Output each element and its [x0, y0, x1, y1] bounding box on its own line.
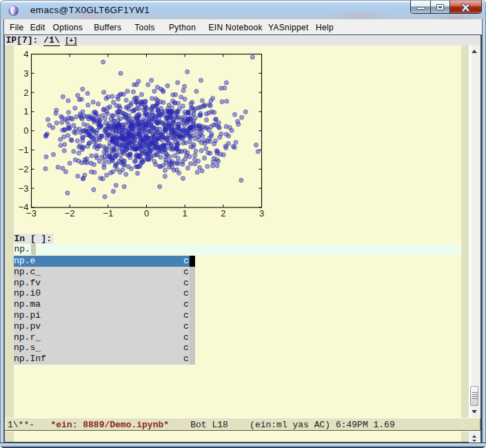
svg-text:−1: −1 — [103, 208, 113, 218]
svg-text:2: 2 — [23, 88, 28, 98]
svg-text:3: 3 — [259, 208, 263, 218]
svg-text:−1: −1 — [18, 145, 28, 155]
svg-text:3: 3 — [23, 68, 28, 79]
svg-text:2: 2 — [221, 208, 225, 218]
svg-text:1: 1 — [182, 208, 187, 218]
svg-text:0: 0 — [23, 125, 28, 136]
svg-text:−4: −4 — [18, 202, 28, 212]
svg-text:−3: −3 — [18, 183, 28, 194]
svg-text:0: 0 — [143, 208, 148, 218]
svg-text:−2: −2 — [18, 164, 28, 174]
svg-text:−2: −2 — [64, 208, 74, 218]
svg-text:1: 1 — [23, 106, 28, 116]
svg-text:4: 4 — [23, 49, 28, 59]
